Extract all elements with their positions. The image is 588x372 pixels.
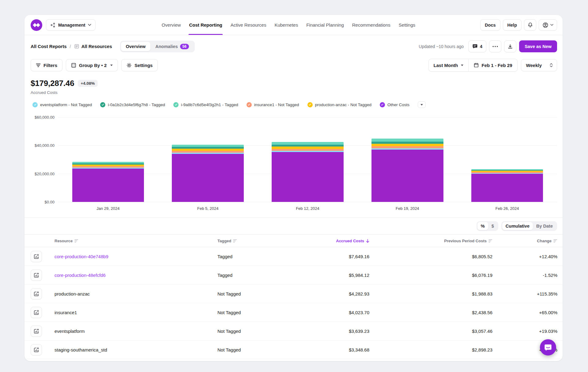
cumulative-toggle[interactable]: Cumulative: [502, 222, 533, 230]
bar-slot: [357, 117, 457, 202]
legend-label: insurance1 - Not Tagged: [254, 102, 299, 107]
tagged-status: Tagged: [217, 254, 297, 259]
filter-bar: Filters Group By • 2 Settings: [24, 52, 563, 72]
chart-plus-icon: [33, 310, 39, 315]
add-to-chart-button[interactable]: [31, 288, 42, 299]
legend-item[interactable]: eventsplatform - Not Tagged: [32, 102, 92, 107]
workspace-switcher[interactable]: Management: [46, 19, 96, 31]
date-range-group: Last Month Feb 1 - Feb 29: [428, 59, 518, 72]
chevron-down-icon: [461, 65, 463, 66]
granularity-select[interactable]: Weekly: [521, 59, 557, 71]
docs-button[interactable]: Docs: [480, 19, 500, 31]
help-button[interactable]: Help: [503, 19, 522, 31]
chart-settings-button[interactable]: Settings: [121, 59, 158, 71]
x-axis-label: Feb 5, 2024: [158, 206, 258, 211]
resource-name: staging-southamerica_std: [55, 347, 107, 352]
legend-item[interactable]: Other Costs: [380, 102, 409, 107]
kpi-block: $179,287.46 +4.08% Accrued Costs: [24, 72, 563, 95]
add-to-chart-button[interactable]: [31, 344, 42, 355]
nav-tab-recommendations[interactable]: Recommendations: [352, 15, 390, 35]
table-row: production-anzac Not Tagged $4,282.93 $1…: [24, 285, 563, 303]
breadcrumb-all-cost-reports[interactable]: All Cost Reports: [31, 44, 67, 49]
legend-label: eventsplatform - Not Tagged: [40, 102, 92, 107]
sort-icon: [488, 239, 492, 243]
legend-item[interactable]: i-9a8b7c6d5e4f3g2h1 - Tagged: [173, 102, 238, 107]
x-axis-label: Jan 29, 2024: [58, 206, 158, 211]
add-to-chart-button[interactable]: [31, 270, 42, 281]
nav-tab-active-resources[interactable]: Active Resources: [231, 15, 266, 35]
nav-tab-overview[interactable]: Overview: [162, 15, 181, 35]
by-date-toggle[interactable]: By Date: [533, 222, 556, 230]
cost-change-badge: +4.08%: [78, 80, 97, 87]
previous-period-cost-value: $6,805.52: [369, 254, 492, 259]
notifications-button[interactable]: [524, 19, 536, 31]
chevron-down-icon: [110, 65, 113, 66]
report-toolbar: All Cost Reports / All Resources Overvie…: [24, 35, 563, 52]
previous-period-cost-value: $2,898.23: [369, 347, 492, 352]
bar-segment: [172, 145, 244, 147]
group-by-button[interactable]: Group By • 2: [66, 59, 118, 71]
previous-period-cost-value: $6,076.19: [369, 273, 492, 278]
chat-widget-button[interactable]: [540, 339, 556, 355]
dollar-toggle[interactable]: $: [488, 222, 497, 230]
legend-item[interactable]: production-anzac - Not Tagged: [307, 102, 371, 107]
breadcrumb-all-resources[interactable]: All Resources: [81, 44, 112, 49]
resource-name: insurance1: [55, 310, 77, 315]
date-range-button[interactable]: Feb 1 - Feb 29: [468, 59, 517, 71]
vantage-logo-icon[interactable]: [31, 19, 42, 31]
comments-button[interactable]: 4: [468, 40, 486, 52]
nav-tab-settings[interactable]: Settings: [399, 15, 415, 35]
chart-plus-icon: [33, 328, 39, 334]
download-button[interactable]: [504, 40, 516, 52]
column-accrued-costs[interactable]: Accrued Costs: [297, 239, 369, 243]
change-value: +65.00%: [492, 310, 557, 315]
legend-check-icon: [173, 102, 179, 107]
unit-toggle: % $: [477, 221, 498, 231]
stacked-bar[interactable]: [471, 169, 543, 202]
column-resource[interactable]: Resource: [55, 239, 217, 243]
resource-name[interactable]: core-production-40e748b9: [55, 254, 108, 259]
chart-plus-icon: [33, 347, 39, 353]
more-actions-button[interactable]: [489, 40, 501, 52]
percent-toggle[interactable]: %: [477, 222, 488, 230]
chart-plus-icon: [33, 291, 39, 297]
period-preset-button[interactable]: Last Month: [429, 59, 468, 71]
add-to-chart-button[interactable]: [31, 326, 42, 337]
previous-period-cost-value: $3,057.46: [369, 329, 492, 334]
chart-plus-icon: [33, 254, 39, 259]
sort-icon: [233, 239, 237, 243]
anomalies-count-badge: 56: [180, 44, 189, 49]
change-value: +115.35%: [492, 291, 557, 296]
nav-tab-kubernetes[interactable]: Kubernetes: [274, 15, 298, 35]
nav-tab-financial-planning[interactable]: Financial Planning: [306, 15, 344, 35]
nav-tab-cost-reporting[interactable]: Cost Reporting: [189, 15, 222, 35]
bar-slot: [457, 117, 557, 202]
legend-item[interactable]: i-0a1b2c3d4e5f6g7h8 - Tagged: [100, 102, 165, 107]
column-previous-period-costs[interactable]: Previous Period Costs: [369, 239, 492, 243]
accrued-cost-value: $3,348.68: [297, 347, 369, 352]
stacked-bar[interactable]: [272, 142, 344, 202]
stacked-bar[interactable]: [371, 139, 443, 202]
primary-nav: OverviewCost ReportingActive ResourcesKu…: [162, 15, 415, 35]
accrued-cost-value: $3,639.23: [297, 329, 369, 334]
legend-label: i-9a8b7c6d5e4f3g2h1 - Tagged: [181, 102, 238, 107]
add-to-chart-button[interactable]: [31, 307, 42, 318]
stacked-bar[interactable]: [172, 145, 244, 202]
bar-segment: [371, 144, 443, 146]
column-tagged[interactable]: Tagged: [217, 239, 297, 243]
column-change[interactable]: Change: [492, 239, 557, 243]
table-controls: % $ Cumulative By Date: [24, 218, 563, 234]
table-row: core-production-40e748b9 Tagged $7,649.1…: [24, 247, 563, 266]
tab-anomalies[interactable]: Anomalies 56: [150, 42, 194, 51]
filters-button[interactable]: Filters: [31, 59, 62, 71]
stacked-bar[interactable]: [72, 162, 144, 202]
change-value: +12.40%: [492, 254, 557, 259]
resource-name[interactable]: core-production-48efcfd6: [55, 273, 106, 278]
account-menu-button[interactable]: [539, 19, 557, 31]
tab-overview[interactable]: Overview: [121, 42, 151, 51]
legend-more-button[interactable]: [418, 101, 426, 108]
save-as-new-button[interactable]: Save as New: [519, 40, 557, 52]
add-to-chart-button[interactable]: [31, 251, 42, 262]
legend-item[interactable]: insurance1 - Not Tagged: [247, 102, 299, 107]
bar-slot: [258, 117, 358, 202]
